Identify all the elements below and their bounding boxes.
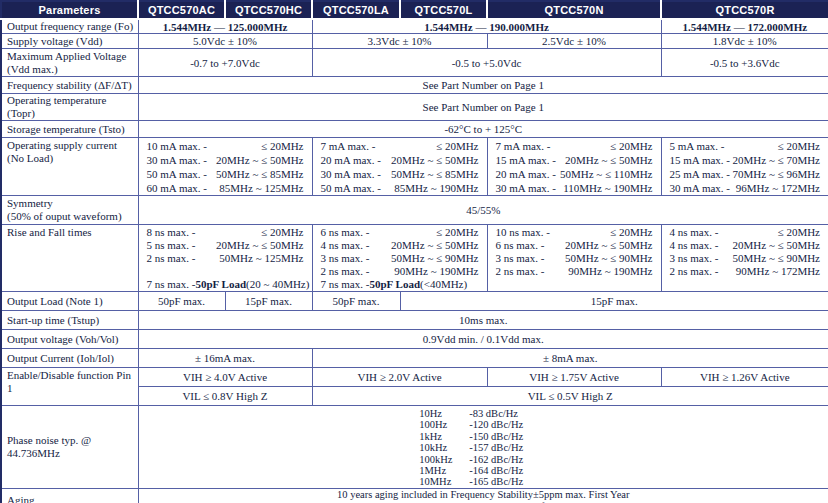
supply-n: 2.5Vdc ± 10%	[487, 34, 661, 49]
offset-frequency: 10kHz	[419, 442, 469, 453]
row-output-current: Output Current (Ioh/Iol) ± 16mA max. ± 8…	[1, 349, 828, 368]
spec-line: 4 ns max. -20MHz ~ ≤ 50MHz	[666, 239, 825, 252]
spec-line-range: 50MHz ~ ≤ 110MHz	[560, 167, 653, 181]
supply-ac-hc: 5.0Vdc ± 10%	[138, 34, 312, 49]
spec-line-range: 20MHz ~ ≤ 50MHz	[216, 239, 303, 252]
spec-line: 10 mA max. -≤ 20MHz	[143, 139, 308, 153]
spec-line-value: 4 ns max. -	[321, 239, 370, 252]
phase-noise-values: 10Hz-83 dBc/Hz 100Hz-120 dBc/Hz 1kHz-150…	[138, 406, 828, 489]
row-rise-fall-times: Rise and Fall times 8 ns max. -≤ 20MHz 5…	[1, 225, 828, 292]
spec-line: 2 ns max. -90MHz ~ 172MHz	[666, 265, 825, 278]
spec-line-value: 10 ns max. -	[496, 226, 550, 239]
label-operating-supply-current: Operating supply current (No Load)	[1, 138, 138, 196]
row-startup-time: Start-up time (Tstup) 10ms max.	[1, 311, 828, 330]
spec-line-range: ≤ 20MHz	[610, 226, 652, 239]
row-output-load: Output Load (Note 1) 50pF max. 15pF max.…	[1, 292, 828, 311]
spec-line-value: 30 mA max. -	[321, 167, 382, 181]
load-rest-text: (20 ~ 40MHz)	[246, 278, 309, 291]
spec-line: 15 mA max. -20MHz ~ ≤ 70MHz	[666, 153, 825, 167]
label-storage-temperature: Storage temperature (Tsto)	[1, 121, 138, 138]
spec-line-value: 7 ns max. -	[321, 278, 370, 291]
row-symmetry: Symmetry (50% of ouput waveform) 45/55%	[1, 196, 828, 225]
label-frequency-range: Output frequency range (Fo)	[1, 19, 138, 34]
spec-line-value: 2 ns max. -	[147, 252, 196, 265]
vih-ac-hc: VIH ≥ 4.0V Active	[138, 368, 312, 387]
spec-line: 6 ns max. -≤ 20MHz	[317, 226, 483, 239]
spec-line-range: ≤ 20MHz	[261, 226, 303, 239]
spec-line: 30 mA max. -20MHz ~ ≤ 50MHz	[143, 153, 308, 167]
outvolt-value: 0.9Vdd min. / 0.1Vdd max.	[138, 330, 828, 349]
spec-line-range: 90MHz ~ 190MHz	[568, 265, 652, 278]
label-line-1: Operating supply current	[7, 139, 134, 152]
phase-noise-line: 1kHz-150 dBc/Hz	[419, 431, 547, 442]
current-n: 7 mA max. -≤ 20MHz 15 mA max. -20MHz ~ ≤…	[487, 138, 661, 196]
label-line-1: Enable/Disable function Pin	[7, 369, 134, 382]
spec-table: Parameters QTCC570AC QTCC570HC QTCC570LA…	[0, 0, 828, 503]
header-model-qtcc570hc: QTCC570HC	[225, 1, 312, 19]
vih-n: VIH ≥ 1.75V Active	[487, 368, 661, 387]
spec-line: 6 ns max. -20MHz ~ ≤ 50MHz	[492, 239, 657, 252]
row-phase-noise: Phase noise typ. @ 44.736MHz 10Hz-83 dBc…	[1, 406, 828, 489]
spec-line: 30 mA max. -96MHz ~ 172MHz	[666, 181, 825, 195]
row-enable-disable-vih: Enable/Disable function Pin 1 VIH ≥ 4.0V…	[1, 368, 828, 387]
spec-line-value: 20 mA max. -	[496, 167, 557, 181]
row-storage-temperature: Storage temperature (Tsto) -62°C to + 12…	[1, 121, 828, 138]
phase-noise-value: -164 dBc/Hz	[469, 465, 523, 476]
spec-line-range: 20MHz ~ ≤ 50MHz	[565, 153, 652, 167]
row-aging: Aging 10 years aging included in Frequen…	[1, 488, 828, 503]
outcur-la-l-n-r: ± 8mA max.	[312, 349, 828, 368]
spec-line-range: ≤ 20MHz	[778, 139, 820, 153]
header-model-qtcc570ac: QTCC570AC	[138, 1, 225, 19]
risefall-n: 10 ns max. -≤ 20MHz 6 ns max. -20MHz ~ ≤…	[487, 225, 661, 292]
row-max-applied-voltage: Maximum Applied Voltage (Vdd max.) -0.7 …	[1, 49, 828, 77]
load-hc: 15pF max.	[225, 292, 312, 311]
spec-line-value: 5 ns max. -	[147, 239, 196, 252]
label-line-2: 1	[7, 382, 134, 395]
table-header-row: Parameters QTCC570AC QTCC570HC QTCC570LA…	[1, 1, 828, 19]
spec-line: 2 ns max. -50MHz ~ 125MHz	[143, 252, 308, 265]
spec-line-value: 3 ns max. -	[321, 252, 370, 265]
spec-line-value: 10 mA max. -	[147, 139, 208, 153]
spec-line-value: 30 mA max. -	[670, 181, 731, 195]
freq-range-la-l-n: 1.544MHz — 190.000MHz	[312, 19, 661, 34]
label-aging: Aging	[1, 488, 138, 503]
load-bold-text: 50pF Load	[195, 278, 246, 291]
spec-line-range: 20MHz ~ ≤ 50MHz	[216, 153, 303, 167]
spec-line: 7 mA max. -≤ 20MHz	[317, 139, 483, 153]
spec-line-value: 8 ns max. -	[147, 226, 196, 239]
spec-line-value: 6 ns max. -	[321, 226, 370, 239]
spec-line-range: 50MHz ~ ≤ 85MHz	[391, 167, 478, 181]
spec-line-range: 96MHz ~ 172MHz	[736, 181, 820, 195]
phase-noise-value: -150 dBc/Hz	[469, 431, 523, 442]
spec-line-value: 7 mA max. -	[496, 139, 551, 153]
spec-line: 3 ns max. -50MHz ~ ≤ 90MHz	[492, 252, 657, 265]
outcur-ac-hc: ± 16mA max.	[138, 349, 312, 368]
supply-r: 1.8Vdc ± 10%	[661, 34, 828, 49]
load-la: 50pF max.	[312, 292, 400, 311]
spec-line-value: 25 mA max. -	[670, 167, 731, 181]
label-line-2: 44.736MHz	[7, 447, 134, 460]
spec-line: 2 ns max. -90MHz ~ 190MHz	[492, 265, 657, 278]
label-line-1: Phase noise typ. @	[7, 434, 134, 447]
row-operating-temperature: Operating temperature (Topr) See Part Nu…	[1, 94, 828, 121]
label-line-1: Maximum Applied Voltage	[7, 50, 134, 63]
spec-line-value: 50 mA max. -	[147, 167, 208, 181]
spec-line: 60 mA max. -85MHz ~ 125MHz	[143, 181, 308, 195]
vih-r: VIH ≥ 1.26V Active	[661, 368, 828, 387]
label-enable-disable: Enable/Disable function Pin 1	[1, 368, 138, 406]
row-operating-supply-current: Operating supply current (No Load) 10 mA…	[1, 138, 828, 196]
spec-line-value: 2 ns max. -	[670, 265, 719, 278]
label-output-load: Output Load (Note 1)	[1, 292, 138, 311]
risefall-r: 4 ns max. -≤ 20MHz 4 ns max. -20MHz ~ ≤ …	[661, 225, 828, 292]
vil-ac-hc: VIL ≤ 0.8V High Z	[138, 387, 312, 406]
label-symmetry: Symmetry (50% of ouput waveform)	[1, 196, 138, 225]
header-model-qtcc570la: QTCC570LA	[312, 1, 400, 19]
current-la-l: 7 mA max. -≤ 20MHz 20 mA max. -20MHz ~ ≤…	[312, 138, 487, 196]
spec-line: 3 ns max. -50MHz ~ ≤ 90MHz	[666, 252, 825, 265]
stability-value: See Part Number on Page 1	[138, 77, 828, 94]
spec-line-value: 5 mA max. -	[670, 139, 725, 153]
label-supply-voltage: Supply voltage (Vdd)	[1, 34, 138, 49]
spacer-line	[143, 265, 308, 278]
phase-noise-value: -157 dBc/Hz	[469, 442, 523, 453]
spec-line: 50 mA max. -50MHz ~ ≤ 85MHz	[143, 167, 308, 181]
